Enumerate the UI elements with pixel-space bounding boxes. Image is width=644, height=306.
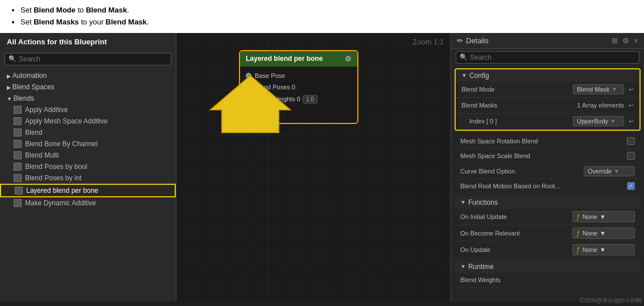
mesh-rotation-label: Mesh Space Rotation Blend (460, 138, 627, 144)
index-value: UpperBody ▼ ↩ (573, 116, 634, 126)
config-highlight-box: ▼ Config Blend Mode Blend Mask ▼ ↩ Blend… (455, 68, 641, 131)
runtime-section: ▼ Runtime Blend Weights (455, 260, 641, 288)
search-box[interactable]: 🔍 (5, 53, 171, 65)
svg-marker-1 (210, 76, 290, 133)
arrow-graphic (205, 70, 302, 144)
item-icon (14, 151, 22, 159)
details-title: ✏ Details (457, 36, 489, 45)
revert-icon[interactable]: ↩ (629, 118, 634, 125)
watermark: CSDN@弹吉他的小刘鸭 (580, 297, 642, 305)
instruction-1: Set Blend Mode to Blend Mask. (20, 5, 635, 16)
zoom-label: Zoom 1:1 (412, 38, 444, 46)
item-icon (14, 140, 22, 148)
gear-icon[interactable]: ⚙ (622, 36, 629, 45)
list-item-layered-blend[interactable]: Layered blend per bone (0, 184, 176, 197)
details-search-input[interactable] (470, 53, 635, 61)
chevron-down-icon: ▼ (600, 213, 606, 220)
node-header: Layered blend per bone ⚙ (240, 51, 357, 67)
node-title: Layered blend per bone (246, 55, 323, 63)
search-icon: 🔍 (9, 55, 16, 63)
item-icon (15, 187, 23, 195)
category-blends[interactable]: Blends (0, 93, 176, 104)
item-icon (14, 199, 22, 207)
list-item[interactable]: Blend Poses by int (0, 172, 176, 184)
close-button[interactable]: × (634, 36, 638, 45)
list-item[interactable]: Blend Multi (0, 150, 176, 161)
curve-blend-label: Curve Blend Option (460, 168, 584, 175)
left-list: Automation Blend Spaces Blends Apply Add… (0, 68, 176, 301)
runtime-section-header[interactable]: ▼ Runtime (455, 260, 641, 273)
functions-section-header[interactable]: ▼ Functions (455, 196, 641, 209)
index-dropdown[interactable]: UpperBody ▼ (573, 116, 624, 126)
blend-masks-value: 1 Array elements ↩ (577, 102, 634, 109)
index-label: Index [ 0 ] (469, 118, 573, 125)
left-panel: All Actions for this Blueprint 🔍 Automat… (0, 33, 176, 301)
list-item[interactable]: Apply Additive (0, 104, 176, 115)
details-search-box[interactable]: 🔍 (456, 51, 639, 64)
details-header-icons: ⊞ ⚙ × (612, 36, 638, 45)
blend-mode-row: Blend Mode Blend Mask ▼ ↩ (456, 82, 639, 98)
mesh-scale-label: Mesh Space Scale Blend (460, 152, 627, 159)
mesh-scale-row: Mesh Space Scale Blend (455, 149, 641, 164)
mesh-rotation-checkbox[interactable] (627, 137, 635, 145)
list-item[interactable]: Make Dynamic Additive (0, 197, 176, 209)
blend-mode-dropdown[interactable]: Blend Mask ▼ (573, 84, 624, 94)
curve-blend-dropdown[interactable]: Override ▼ (584, 166, 635, 176)
details-header: ✏ Details ⊞ ⚙ × (451, 33, 644, 49)
collapse-arrow: ▼ (460, 263, 466, 270)
chevron-down-icon: ▼ (612, 86, 617, 92)
search-icon: 🔍 (460, 53, 468, 61)
function-icon: ƒ (576, 246, 580, 254)
main-area: All Actions for this Blueprint 🔍 Automat… (0, 33, 644, 301)
panel-title: All Actions for this Blueprint (0, 33, 176, 51)
list-item[interactable]: Blend (0, 127, 176, 138)
list-item[interactable]: Blend Bone By Channel (0, 138, 176, 150)
collapse-arrow: ▼ (460, 199, 466, 205)
revert-icon[interactable]: ↩ (629, 102, 634, 109)
chevron-down-icon: ▼ (614, 168, 619, 174)
blend-weights-row: Blend Weights (455, 273, 641, 288)
curve-blend-row: Curve Blend Option Override ▼ (455, 164, 641, 179)
pin-value: 1.0 (303, 95, 317, 104)
right-panel: ✏ Details ⊞ ⚙ × 🔍 ▼ Config Blend Mode (451, 33, 644, 301)
blend-root-row: Blend Root Motion Based on Root... (455, 179, 641, 194)
on-become-relevant-label: On Become Relevant (460, 230, 572, 237)
on-initial-update-row: On Initial Update ƒ None ▼ (455, 209, 641, 225)
on-update-label: On Update (460, 246, 572, 253)
blend-masks-row: Blend Masks 1 Array elements ↩ (456, 98, 639, 114)
index-row: Index [ 0 ] UpperBody ▼ ↩ (456, 114, 639, 130)
plain-props-section: Mesh Space Rotation Blend Mesh Space Sca… (455, 134, 641, 194)
item-icon (14, 106, 22, 114)
list-item[interactable]: Apply Mesh Space Additive (0, 115, 176, 127)
chevron-down-icon: ▼ (600, 246, 606, 253)
category-automation[interactable]: Automation (0, 70, 176, 81)
function-icon: ƒ (576, 229, 580, 237)
item-icon (14, 174, 22, 182)
canvas-area[interactable]: Zoom 1:1 Layered blend per bone ⚙ Base P… (176, 33, 451, 301)
blend-root-label: Blend Root Motion Based on Root... (460, 183, 627, 189)
node-settings-icon[interactable]: ⚙ (345, 55, 352, 63)
list-item[interactable]: Blend Poses by bool (0, 161, 176, 172)
category-blend-spaces[interactable]: Blend Spaces (0, 81, 176, 93)
mesh-rotation-row: Mesh Space Rotation Blend (455, 134, 641, 149)
config-section-header[interactable]: ▼ Config (456, 69, 639, 82)
instructions-panel: Set Blend Mode to Blend Mask. Set Blend … (0, 0, 644, 33)
instruction-2: Set Blend Masks to your Blend Mask. (20, 16, 635, 28)
function-icon: ƒ (576, 213, 580, 221)
item-icon (14, 163, 22, 171)
array-badge: 1 Array elements (577, 102, 624, 109)
functions-section: ▼ Functions On Initial Update ƒ None ▼ O… (455, 196, 641, 258)
blend-weights-label: Blend Weights (460, 276, 635, 283)
on-become-relevant-dropdown[interactable]: ƒ None ▼ (572, 228, 635, 239)
on-initial-update-label: On Initial Update (460, 213, 572, 220)
blend-root-checkbox[interactable] (627, 182, 635, 190)
blend-mode-value: Blend Mask ▼ ↩ (573, 84, 634, 94)
on-update-dropdown[interactable]: ƒ None ▼ (572, 244, 635, 255)
search-input[interactable] (19, 55, 167, 63)
on-initial-update-dropdown[interactable]: ƒ None ▼ (572, 211, 635, 222)
grid-icon[interactable]: ⊞ (612, 36, 618, 45)
blend-masks-label: Blend Masks (461, 102, 577, 109)
on-update-row: On Update ƒ None ▼ (455, 242, 641, 258)
revert-icon[interactable]: ↩ (629, 86, 634, 93)
mesh-scale-checkbox[interactable] (627, 152, 635, 160)
